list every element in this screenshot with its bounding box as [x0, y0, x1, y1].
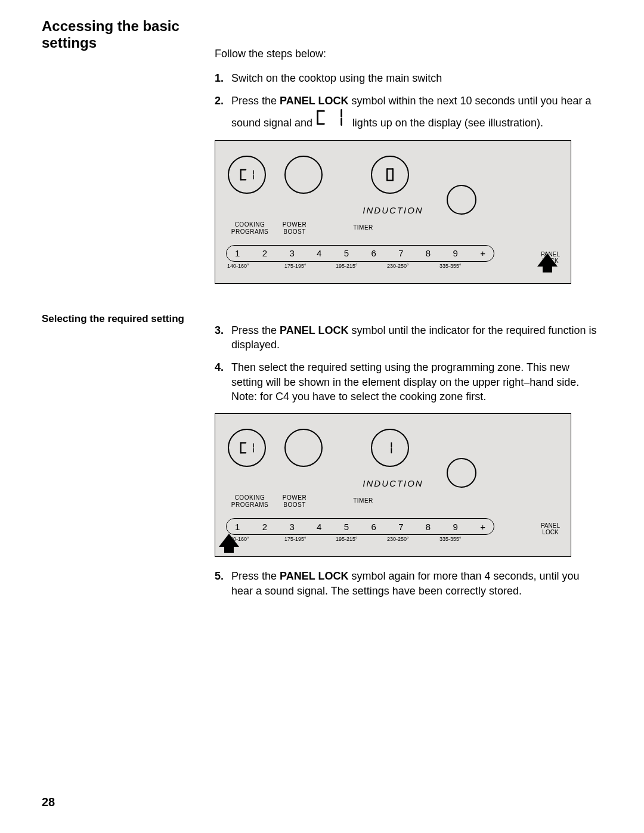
inline-seg-display — [315, 117, 352, 129]
zone-display-left — [228, 429, 266, 467]
induction-label: INDUCTION — [318, 478, 467, 488]
cooktop-illustration-2: INDUCTION COOKINGPROGRAMS POWERBOOST TIM… — [215, 413, 571, 557]
panel-lock-label: PANEL LOCK — [541, 522, 560, 535]
zone-display-right — [371, 429, 409, 467]
zone-display-right — [371, 156, 409, 194]
seg-1-icon — [334, 109, 345, 126]
power-scale: 1 2 3 4 5 6 7 8 9 + — [226, 245, 494, 262]
timer-label: TIMER — [315, 494, 411, 509]
seg-c-icon — [315, 109, 326, 126]
power-boost-label: POWERBOOST — [274, 494, 315, 509]
sub-heading: Selecting the required setting — [42, 312, 215, 326]
arrow-up-icon — [219, 534, 239, 547]
cooking-programs-label: COOKINGPROGRAMS — [226, 221, 274, 236]
cooking-programs-label: COOKINGPROGRAMS — [226, 494, 274, 509]
zone-display-small — [447, 185, 476, 215]
step-5: 5. Press the PANEL LOCK symbol again for… — [215, 569, 602, 598]
cooktop-illustration-1: INDUCTION COOKINGPROGRAMS POWERBOOST TIM… — [215, 140, 571, 284]
page-number: 28 — [42, 795, 55, 809]
zone-display-2 — [284, 429, 323, 467]
power-scale: 1 2 3 4 5 6 7 8 9 + — [226, 518, 494, 535]
zone-display-small — [447, 458, 476, 488]
arrow-up-icon — [537, 253, 558, 267]
page-title: Accessing the basic settings — [42, 18, 215, 51]
step-1: 1. Switch on the cooktop using the main … — [215, 71, 602, 85]
zone-display-left — [228, 156, 266, 194]
step-3: 3. Press the PANEL LOCK symbol until the… — [215, 323, 602, 352]
timer-label: TIMER — [315, 221, 411, 236]
power-boost-label: POWERBOOST — [274, 221, 315, 236]
zone-display-2 — [284, 156, 323, 194]
induction-label: INDUCTION — [318, 205, 467, 215]
step-2: 2. Press the PANEL LOCK symbol within th… — [215, 94, 602, 131]
step-4: 4. Then select the required setting usin… — [215, 360, 602, 404]
intro-text: Follow the steps below: — [215, 48, 602, 60]
